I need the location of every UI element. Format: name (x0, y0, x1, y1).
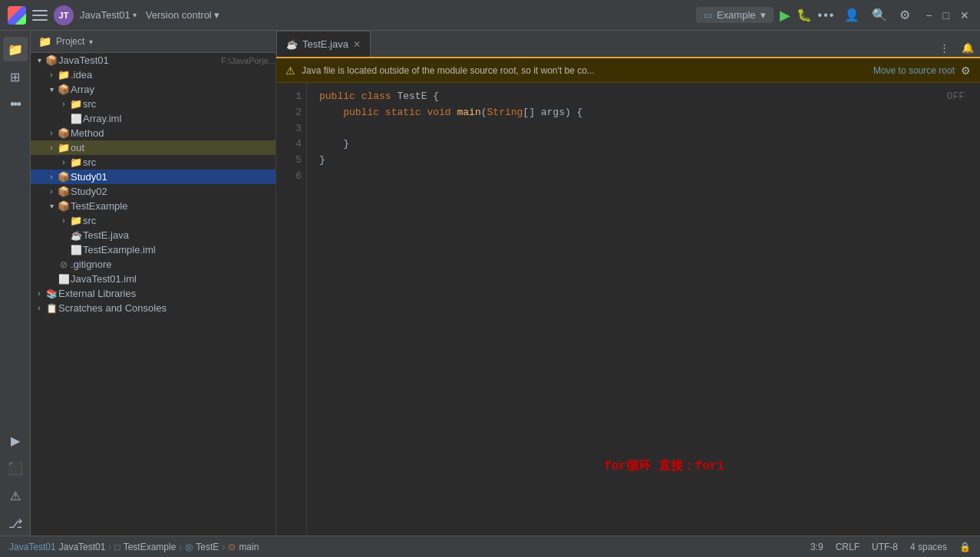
tree-item-study01[interactable]: › 📦 Study01 (31, 170, 276, 184)
close-button[interactable]: ✕ (957, 8, 972, 23)
tree-item-label: JavaTest01 (58, 54, 216, 66)
tree-item-javatest01-iml[interactable]: ⬜ JavaTest01.iml (31, 272, 276, 286)
tree-item-scratches[interactable]: › 📋 Scratches and Consoles (31, 301, 276, 315)
line-numbers: 123456 (276, 83, 307, 536)
cursor-position[interactable]: 3:9 (810, 542, 823, 552)
tree-item-label: Study02 (71, 186, 276, 197)
tree-item-idea[interactable]: › 📁 .idea (31, 68, 276, 82)
tree-item-label: External Libraries (58, 288, 276, 299)
settings-icon[interactable]: ⚙ (896, 6, 913, 24)
off-label: OFF (947, 89, 965, 105)
activity-more-icon[interactable]: ••• (3, 92, 28, 117)
breadcrumb-method[interactable]: main (239, 542, 259, 552)
code-content[interactable]: OFF public class TestE { public static v… (307, 83, 980, 536)
notifications-button[interactable]: 🔔 (955, 39, 980, 57)
line-number: 4 (281, 137, 302, 153)
code-token: public (319, 91, 355, 102)
line-number: 1 (281, 89, 302, 105)
tree-item-out-src[interactable]: › 📁 src (31, 155, 276, 170)
file-icon: 📦 (57, 186, 71, 197)
search-everywhere-icon[interactable]: 🔍 (869, 6, 890, 24)
editor-tab-testejava[interactable]: ☕ TestE.java ✕ (276, 31, 371, 57)
file-encoding[interactable]: UTF-8 (872, 542, 898, 552)
tree-caret-icon: ▾ (46, 202, 57, 210)
hamburger-menu-icon[interactable] (32, 10, 48, 21)
minimize-button[interactable]: − (922, 8, 935, 23)
run-button[interactable]: ▶ (780, 7, 790, 24)
file-icon: 📦 (57, 84, 71, 95)
warning-message: Java file is located outside of the modu… (302, 65, 867, 76)
tree-item-method[interactable]: › 📦 Method (31, 126, 276, 140)
run-configuration-selector[interactable]: ▭ Example ▾ (696, 7, 774, 23)
line-number: 6 (281, 169, 302, 185)
tree-item-javatest01-root[interactable]: ▾ 📦 JavaTest01 F:\JavaPorje... (31, 53, 276, 68)
tree-caret-icon: › (58, 216, 69, 225)
activity-bar: 📁 ⊞ ••• ▶ ⬛ ⚠ ⎇ (0, 31, 31, 536)
run-config-icon: ▭ (704, 10, 712, 21)
more-actions-button[interactable]: ••• (818, 8, 836, 22)
close-tab-button[interactable]: ✕ (353, 39, 361, 50)
breadcrumb-class[interactable]: TestE (196, 542, 219, 552)
tree-item-external-libraries[interactable]: › 📚 External Libraries (31, 286, 276, 301)
breadcrumb-sep1: › (108, 542, 111, 552)
activity-project-icon[interactable]: 📁 (3, 37, 28, 61)
tree-item-label: TestExample.iml (83, 244, 276, 255)
tree-caret-icon: › (46, 71, 57, 79)
activity-terminal-icon[interactable]: ⬛ (3, 456, 28, 480)
breadcrumb-module[interactable]: TestExample (124, 542, 177, 552)
activity-run-icon[interactable]: ▶ (3, 428, 28, 453)
warning-settings-icon[interactable]: ⚙ (961, 64, 971, 77)
file-icon: 📁 (69, 98, 83, 110)
tree-item-testexample-src[interactable]: › 📁 src (31, 213, 276, 228)
warning-icon: ⚠ (285, 64, 295, 77)
indent-setting[interactable]: 4 spaces (910, 542, 947, 552)
code-token: main (457, 107, 481, 118)
file-icon: ⬜ (69, 244, 83, 255)
maximize-button[interactable]: □ (940, 8, 952, 23)
tree-item-array-iml[interactable]: ⬜ Array.iml (31, 111, 276, 126)
project-panel-header[interactable]: 📁 Project ▾ (31, 31, 276, 53)
file-icon: 📁 (69, 215, 83, 226)
activity-problems-icon[interactable]: ⚠ (3, 483, 28, 508)
file-icon: 📦 (57, 127, 71, 139)
lock-icon[interactable]: 🔒 (959, 542, 971, 552)
tree-caret-icon: ▾ (34, 56, 45, 64)
tree-item-array-src[interactable]: › 📁 src (31, 97, 276, 111)
file-icon: ⬜ (57, 273, 71, 285)
debug-button[interactable]: 🐛 (797, 8, 812, 22)
code-line: public static void main(String[] args) { (319, 105, 968, 121)
file-icon: 📋 (45, 302, 58, 314)
tree-item-out[interactable]: › 📁 out (31, 140, 276, 155)
tree-item-testexample-iml[interactable]: ⬜ TestExample.iml (31, 242, 276, 257)
line-number: 2 (281, 105, 302, 121)
tree-caret-icon: › (58, 158, 69, 166)
line-ending[interactable]: CRLF (836, 542, 860, 552)
tree-item-gitignore[interactable]: ⊘ .gitignore (31, 257, 276, 272)
tree-caret-icon: › (46, 129, 57, 137)
breadcrumb-project[interactable]: JavaTest01 (9, 542, 56, 552)
move-to-source-root-button[interactable]: Move to source root (873, 65, 955, 76)
file-icon: ☕ (69, 229, 83, 241)
tree-item-label: src (83, 157, 276, 168)
run-config-caret-icon: ▾ (761, 9, 766, 21)
activity-plugins-icon[interactable]: ⊞ (3, 64, 28, 89)
window-controls: − □ ✕ (922, 8, 972, 23)
vc-caret-icon: ▾ (214, 9, 219, 21)
version-control-menu[interactable]: Version control ▾ (146, 9, 219, 21)
tree-item-testexample[interactable]: ▾ 📦 TestExample (31, 199, 276, 213)
tree-item-label: Array (71, 84, 276, 95)
editor-tab-bar: ☕ TestE.java ✕ ⋮ 🔔 (276, 31, 980, 58)
project-selector[interactable]: JavaTest01 ▾ (80, 9, 137, 21)
activity-git-icon[interactable]: ⎇ (3, 511, 28, 536)
code-editor[interactable]: 123456 OFF public class TestE { public s… (276, 83, 980, 536)
tree-item-label: JavaTest01.iml (71, 273, 276, 285)
tab-list-button[interactable]: ⋮ (933, 39, 955, 57)
code-token: { (577, 107, 583, 118)
avatar[interactable]: JT (54, 5, 74, 25)
tree-item-array[interactable]: ▾ 📦 Array (31, 82, 276, 97)
tree-item-teste-java[interactable]: ☕ TestE.java (31, 228, 276, 242)
code-token: String (487, 107, 523, 118)
collab-icon[interactable]: 👤 (841, 6, 863, 24)
tree-item-study02[interactable]: › 📦 Study02 (31, 184, 276, 199)
breadcrumb-project-label: JavaTest01 (59, 542, 106, 552)
